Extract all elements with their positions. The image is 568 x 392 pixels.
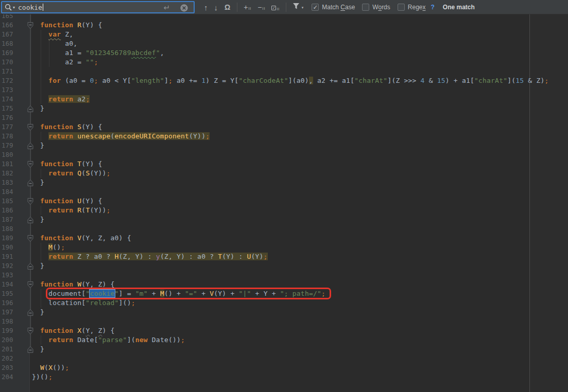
code-row[interactable]: function V(Y, Z, a0) { xyxy=(32,234,131,243)
code-row[interactable]: W(X()); xyxy=(32,363,69,372)
line-number: 167 xyxy=(2,30,13,39)
previous-match-button[interactable]: ↑ xyxy=(201,3,211,12)
code-row[interactable]: return Q(S(Y)); xyxy=(32,169,111,178)
find-toolbar: ▾ cookie ↵ ↑ ↓ Ω +II −II ✓II xyxy=(0,0,568,14)
divider xyxy=(237,3,237,12)
code-row[interactable]: a0, xyxy=(32,39,77,48)
checkbox-box[interactable] xyxy=(398,4,405,11)
code-row[interactable]: return a2; xyxy=(32,95,90,104)
line-number: 165 xyxy=(2,14,13,21)
code-row[interactable]: } xyxy=(32,104,44,113)
words-checkbox[interactable]: Words xyxy=(362,4,390,11)
code-row[interactable]: a1 = "0123456789abcdef", xyxy=(32,48,164,58)
code-row[interactable]: return Date["parse"](new Date()); xyxy=(32,335,185,345)
code-row[interactable]: var Z, xyxy=(32,30,73,39)
filter-dropdown-icon: ▾ xyxy=(302,6,304,10)
search-field[interactable]: ▾ cookie ↵ xyxy=(1,1,195,13)
line-number: 189 xyxy=(2,234,13,243)
line-number: 185 xyxy=(2,197,13,206)
line-number: 187 xyxy=(2,215,13,224)
match-highlight-box xyxy=(46,288,331,299)
code-row[interactable]: function R(Y) { xyxy=(32,21,102,30)
line-number: 201 xyxy=(2,345,13,354)
right-margin-guide xyxy=(529,14,530,392)
line-number: 194 xyxy=(2,280,13,289)
line-number: 183 xyxy=(2,178,13,187)
line-number: 196 xyxy=(2,298,13,308)
code-row[interactable]: return R(T(Y)); xyxy=(32,206,111,215)
checkbox-box[interactable]: ✓ xyxy=(312,4,319,11)
line-number: 190 xyxy=(2,243,13,252)
line-number: 202 xyxy=(2,354,13,363)
match-count-label: One match xyxy=(443,4,475,11)
code-row[interactable]: return Z ? a0 ? H(Z, Y) : y(Z, Y) : a0 ?… xyxy=(32,252,268,261)
text-caret xyxy=(43,4,43,11)
code-row[interactable]: })(); xyxy=(32,372,53,382)
line-number: 200 xyxy=(2,335,13,345)
regex-label: Regex xyxy=(408,4,426,11)
line-number: 204 xyxy=(2,372,13,382)
line-number: 170 xyxy=(2,58,13,67)
code-row[interactable]: } xyxy=(32,215,44,224)
divider xyxy=(286,3,286,12)
line-number: 177 xyxy=(2,122,13,132)
code-row[interactable]: return unescape(encodeURIComponent(Y)); xyxy=(32,132,210,141)
code-row[interactable]: M(); xyxy=(32,243,65,252)
line-number: 169 xyxy=(2,48,13,58)
code-row[interactable]: } xyxy=(32,345,44,354)
line-number: 180 xyxy=(2,150,13,159)
line-number: 186 xyxy=(2,206,13,215)
code-row[interactable]: function T(Y) { xyxy=(32,159,102,169)
beyond-margin-zone xyxy=(530,14,568,392)
line-number: 195 xyxy=(2,289,13,298)
line-number: 176 xyxy=(2,113,13,122)
line-number: 172 xyxy=(2,76,13,85)
search-icon[interactable]: ▾ xyxy=(5,4,15,11)
search-in-selection-icon[interactable]: Ω xyxy=(221,3,234,11)
code-row[interactable]: for (a0 = 0; a0 < Y["length"]; a0 += 1) … xyxy=(32,76,549,85)
code-row[interactable]: a2 = ""; xyxy=(32,58,98,67)
line-number: 199 xyxy=(2,326,13,335)
line-number: 175 xyxy=(2,104,13,113)
words-label: Words xyxy=(372,4,390,11)
line-number: 191 xyxy=(2,252,13,261)
line-number: 197 xyxy=(2,308,13,317)
line-number: 179 xyxy=(2,141,13,150)
clear-search-icon[interactable] xyxy=(180,4,188,14)
select-all-occurrences-button[interactable]: ✓II xyxy=(268,4,283,11)
match-case-label: Match Case xyxy=(322,4,355,11)
code-row[interactable]: } xyxy=(32,178,44,187)
code-row[interactable]: location["reload"](); xyxy=(32,298,135,308)
add-occurrence-button[interactable]: +II xyxy=(240,3,254,11)
filter-search-results-button[interactable]: ▾ xyxy=(289,3,304,12)
code-row[interactable]: } xyxy=(32,308,44,317)
regex-checkbox[interactable]: Regex xyxy=(398,4,426,11)
line-number: 178 xyxy=(2,132,13,141)
next-match-button[interactable]: ↓ xyxy=(211,3,221,12)
line-number: 174 xyxy=(2,95,13,104)
regex-help-link[interactable]: ? xyxy=(431,4,434,11)
line-number: 171 xyxy=(2,67,13,76)
line-number: 166 xyxy=(2,21,13,30)
line-number: 181 xyxy=(2,159,13,169)
line-number: 198 xyxy=(2,317,13,326)
code-row[interactable]: function U(Y) { xyxy=(32,197,102,206)
code-row[interactable]: function X(Y, Z) { xyxy=(32,326,115,335)
code-row[interactable]: function S(Y) { xyxy=(32,122,102,132)
line-number: 193 xyxy=(2,271,13,280)
search-input[interactable]: cookie xyxy=(18,4,42,11)
line-number: 192 xyxy=(2,261,13,271)
line-number: 168 xyxy=(2,39,13,48)
checkbox-box[interactable] xyxy=(362,4,369,11)
line-number: 173 xyxy=(2,85,13,95)
match-case-checkbox[interactable]: ✓ Match Case xyxy=(312,4,355,11)
code-editor[interactable]: 1651661671681691701711721731741751761771… xyxy=(0,14,568,392)
line-number: 184 xyxy=(2,187,13,197)
line-number: 203 xyxy=(2,363,13,372)
remove-occurrence-button[interactable]: −II xyxy=(254,3,268,11)
line-number: 188 xyxy=(2,224,13,234)
code-row[interactable]: } xyxy=(32,141,44,150)
code-row[interactable]: } xyxy=(32,261,44,271)
gutter: 1651661671681691701711721731741751761771… xyxy=(0,14,30,392)
search-history-dropdown-icon[interactable]: ▾ xyxy=(13,5,15,10)
